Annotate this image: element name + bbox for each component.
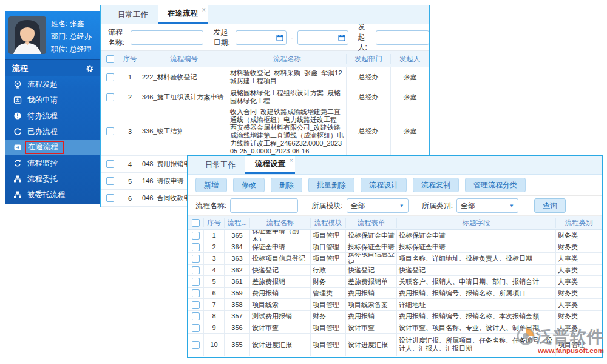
process-design-button[interactable]: 流程设计 (361, 178, 407, 192)
cell-name: 晟铭园林绿化工程组织设计方案_晟铭园林绿化工程 (228, 87, 347, 107)
close-icon[interactable]: × (202, 7, 206, 13)
sidebar-item-label: 流程监控 (27, 158, 58, 169)
sidebar-item-done-processes[interactable]: 已办流程 (5, 124, 100, 140)
cell-no: 6 (204, 288, 225, 298)
initiator-input[interactable] (376, 30, 429, 45)
cell-category: 人事类 (556, 265, 602, 275)
tab-label: 日常工作 (118, 10, 148, 20)
row-checkbox[interactable] (106, 127, 114, 135)
table-row[interactable]: 8 357 测试费用报销 财务 费用报销 费用报销、报销编号、报销名称、本次报销… (188, 311, 602, 322)
manage-category-button[interactable]: 管理流程分类 (465, 178, 526, 192)
table-row[interactable]: 4 362 快递登记 行政 快递登记 快递登记 人事类 (188, 265, 602, 276)
row-checkbox[interactable] (192, 266, 200, 274)
row-checkbox[interactable] (106, 73, 114, 81)
process-name-label: 流程名称: (108, 27, 127, 48)
row-checkbox[interactable] (192, 301, 200, 309)
table-row[interactable]: 6 359 费用报销 管理类 费用报销 费用报销、报销编号、报销名称、所属项目 … (188, 288, 602, 299)
cell-no: 2 (204, 241, 225, 252)
col-name: 流程名称 (228, 54, 347, 64)
cell-module: 财务 (311, 311, 346, 322)
fanpu-logo-icon (517, 327, 535, 347)
category-label: 所属类别: (422, 201, 453, 211)
cell-form: 费用报销 (346, 311, 397, 322)
select-all-checkbox[interactable] (106, 55, 114, 63)
tab-daily-work[interactable]: 日常工作 (108, 5, 158, 24)
delete-button[interactable]: 删除 (271, 178, 302, 192)
cell-name: 设计审查 (250, 322, 311, 333)
sidebar-item-label: 在途流程 (28, 143, 58, 151)
module-select[interactable]: 全部 ▼ (347, 198, 409, 213)
watermark: 泛普软件 www.fanpusoft.com (517, 327, 604, 355)
add-button[interactable]: 新增 (195, 178, 227, 192)
cell-name: 费用报销 (250, 288, 311, 298)
sidebar-item-my-applications[interactable]: 我的申请 (5, 92, 100, 108)
tab-daily-work[interactable]: 日常工作 (195, 156, 245, 174)
table-row[interactable]: 2 364 保证金申请 项目管理 投标保证金申请 投标保证金申请 财务类 (188, 241, 602, 253)
table-row[interactable]: 1 365 保证金申请（副本） 项目管理 投标保证金申请 投标保证金申请 财务类 (188, 230, 602, 241)
cell-code: 365 (225, 230, 250, 241)
cell-form: 费用报销 (346, 288, 397, 298)
cell-module: 财务 (311, 276, 346, 287)
start-date-from-input[interactable] (236, 30, 287, 45)
process-name-input[interactable] (230, 198, 298, 213)
sidebar-item-process-monitor[interactable]: 流程监控 (5, 155, 100, 171)
cell-no: 4 (204, 265, 225, 275)
row-checkbox[interactable] (192, 341, 200, 349)
table-row[interactable]: 3 336_竣工结算 收入合同_改建铁路成渝线增建第二直通线（成渝枢纽）电力线路… (101, 107, 429, 156)
row-checkbox[interactable] (106, 160, 114, 168)
cell-title-field: 关联客户、报销人、申请日期、部门、报销合计 (397, 276, 556, 287)
table-row[interactable]: 2 346_施工组织设计方案申请 晟铭园林绿化工程组织设计方案_晟铭园林绿化工程… (101, 87, 429, 107)
row-checkbox[interactable] (192, 289, 200, 297)
edit-button[interactable]: 修改 (233, 178, 265, 192)
cell-title-field: 项目名称、详细地址、投标负责人、投标日期 (397, 253, 556, 264)
sidebar-item-label: 我的申请 (27, 95, 58, 106)
cell-form: 差旅费报销单 (346, 276, 397, 287)
row-checkbox[interactable] (106, 93, 114, 101)
close-icon[interactable]: × (290, 157, 293, 164)
tab-label: 流程设置 (255, 159, 285, 169)
profile-dept-label: 部门: (51, 32, 67, 41)
process-copy-button[interactable]: 流程复制 (413, 178, 459, 192)
process-name-input[interactable] (131, 30, 203, 45)
brand-name: 泛普软件 (536, 329, 604, 345)
cell-initiator: 张鑫 (391, 67, 429, 87)
row-checkbox[interactable] (192, 324, 200, 332)
cell-name: 材料验收登记_材料采购_张鑫_华润12城房建工程项目 (228, 67, 347, 87)
cell-module: 管理类 (311, 288, 346, 298)
cell-no: 3 (204, 253, 225, 264)
sidebar-item-in-transit-processes[interactable]: 在途流程 (5, 140, 100, 155)
sidebar-item-process-delegate[interactable]: 流程委托 (5, 171, 100, 187)
row-checkbox[interactable] (106, 177, 114, 185)
table-row[interactable]: 3 363 投标项目信息登记 项目管理 投标项目信息登记 项目名称、详细地址、投… (188, 253, 602, 265)
cell-code: 222_材料验收登记 (140, 67, 228, 87)
user-profile-card: 姓名: 张鑫 部门: 总经办 职位: 总经理 (5, 11, 100, 59)
date-range-separator: - (291, 33, 293, 42)
row-checkbox[interactable] (192, 243, 200, 251)
row-checkbox[interactable] (106, 194, 114, 202)
profile-name-value: 张鑫 (70, 19, 84, 28)
cell-name: 投标项目信息登记 (250, 253, 311, 264)
row-checkbox[interactable] (192, 232, 200, 240)
row-checkbox[interactable] (192, 312, 200, 320)
front-window-filters: 流程名称: 所属模块: 全部 ▼ 所属类别: 全部 ▼ 查询 (188, 196, 602, 216)
tab-process-settings[interactable]: 流程设置 × (245, 156, 295, 174)
cell-name: 收入合同_改建铁路成渝线增建第二直通线（成渝枢纽）电力线路迁改工程_西安盛器金属… (228, 107, 347, 155)
sidebar-item-todo-processes[interactable]: 待办流程 (5, 108, 100, 124)
sidebar-item-process-initiate[interactable]: 流程发起 (5, 76, 100, 92)
table-row[interactable]: 5 361 差旅费报销 财务 差旅费报销单 关联客户、报销人、申请日期、部门、报… (188, 276, 602, 288)
sidebar-item-delegated-processes[interactable]: 被委托流程 (5, 187, 100, 203)
row-checkbox[interactable] (192, 278, 200, 286)
table-row[interactable]: 1 222_材料验收登记 材料验收登记_材料采购_张鑫_华润12城房建工程项目 … (101, 67, 429, 87)
row-checkbox[interactable] (192, 255, 200, 263)
gear-icon[interactable] (85, 64, 94, 73)
category-select[interactable]: 全部 ▼ (456, 198, 518, 213)
batch-delete-button[interactable]: 批量删除 (308, 178, 354, 192)
start-date-to-input[interactable] (297, 30, 348, 45)
process-name-label: 流程名称: (195, 201, 226, 211)
tab-in-transit-processes[interactable]: 在途流程 × (158, 5, 208, 24)
profile-title-value: 总经理 (70, 45, 92, 53)
select-all-checkbox[interactable] (192, 219, 200, 227)
query-button[interactable]: 查询 (534, 198, 566, 213)
refresh-c-icon (13, 127, 22, 136)
table-row[interactable]: 7 358 项目线索 项目管理 项目线索备案 详细地址 人事类 (188, 299, 602, 311)
